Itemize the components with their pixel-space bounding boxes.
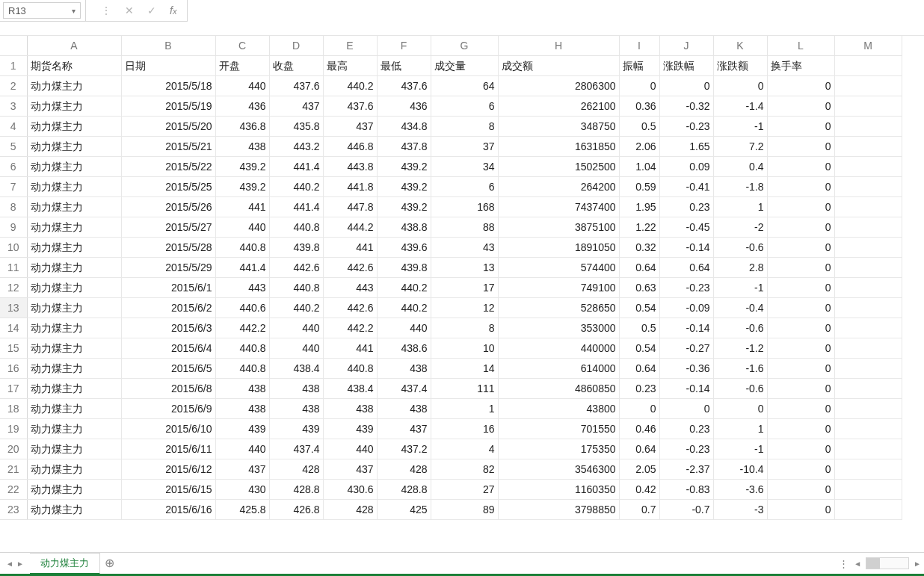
cell[interactable]: -3 bbox=[713, 500, 767, 520]
cell[interactable]: 1.04 bbox=[619, 157, 659, 177]
row-header[interactable]: 12 bbox=[0, 278, 27, 298]
cell[interactable] bbox=[834, 137, 902, 157]
cell[interactable]: 428 bbox=[377, 459, 431, 480]
cell[interactable]: 438 bbox=[215, 379, 269, 399]
cell[interactable]: 0.64 bbox=[619, 439, 659, 459]
cell[interactable]: -3.6 bbox=[713, 480, 767, 500]
cell[interactable]: 175350 bbox=[498, 439, 619, 459]
cell[interactable]: -1.4 bbox=[713, 96, 767, 117]
cell[interactable]: 8 bbox=[431, 117, 498, 137]
cell[interactable] bbox=[834, 359, 902, 379]
cell[interactable]: 438 bbox=[269, 379, 323, 399]
cell[interactable]: 440.2 bbox=[269, 298, 323, 318]
cell[interactable]: 1 bbox=[431, 399, 498, 419]
cell[interactable]: 0.63 bbox=[619, 278, 659, 298]
cell[interactable]: 日期 bbox=[121, 56, 215, 76]
cell[interactable]: 成交额 bbox=[498, 56, 619, 76]
cell[interactable]: 440.2 bbox=[377, 298, 431, 318]
cell[interactable]: 2015/6/8 bbox=[121, 379, 215, 399]
cell[interactable]: 0 bbox=[767, 258, 834, 278]
cell[interactable]: -0.41 bbox=[659, 177, 713, 197]
column-header-K[interactable]: K bbox=[713, 36, 767, 56]
cell[interactable] bbox=[834, 379, 902, 399]
cell[interactable]: 441 bbox=[323, 238, 377, 258]
cell[interactable]: 428.8 bbox=[269, 480, 323, 500]
cell[interactable]: 动力煤主力 bbox=[27, 76, 121, 96]
cell[interactable]: 440.2 bbox=[269, 177, 323, 197]
cell[interactable]: 262100 bbox=[498, 96, 619, 117]
cell[interactable]: 430 bbox=[215, 480, 269, 500]
cell[interactable]: 动力煤主力 bbox=[27, 338, 121, 359]
cell[interactable]: 2015/5/18 bbox=[121, 76, 215, 96]
cell[interactable]: 8 bbox=[431, 318, 498, 338]
cell[interactable]: -2.37 bbox=[659, 459, 713, 480]
cell[interactable]: 440.8 bbox=[323, 359, 377, 379]
cell[interactable]: 428 bbox=[323, 500, 377, 520]
cell[interactable]: 440000 bbox=[498, 338, 619, 359]
cell[interactable]: 动力煤主力 bbox=[27, 480, 121, 500]
row-header[interactable]: 7 bbox=[0, 177, 27, 197]
cell[interactable]: 440.8 bbox=[215, 338, 269, 359]
cell[interactable]: 7.2 bbox=[713, 137, 767, 157]
cell[interactable]: 2015/5/19 bbox=[121, 96, 215, 117]
cell[interactable]: 443.2 bbox=[269, 137, 323, 157]
formula-input[interactable] bbox=[188, 0, 924, 22]
cell[interactable]: 0 bbox=[713, 76, 767, 96]
hscroll-left-icon[interactable]: ◄ bbox=[854, 560, 861, 568]
cell[interactable]: 2015/5/22 bbox=[121, 157, 215, 177]
cell[interactable]: 574400 bbox=[498, 258, 619, 278]
cell[interactable]: -0.27 bbox=[659, 338, 713, 359]
cell[interactable]: 2015/6/9 bbox=[121, 399, 215, 419]
cell[interactable]: 6 bbox=[431, 177, 498, 197]
cell[interactable]: 1.22 bbox=[619, 217, 659, 238]
cell[interactable]: 0.5 bbox=[619, 318, 659, 338]
cell[interactable] bbox=[834, 117, 902, 137]
row-header[interactable]: 20 bbox=[0, 439, 27, 459]
cell[interactable]: 441.4 bbox=[215, 258, 269, 278]
cell[interactable]: 7437400 bbox=[498, 197, 619, 217]
cell[interactable]: -0.23 bbox=[659, 117, 713, 137]
cell[interactable]: 0 bbox=[767, 238, 834, 258]
cell[interactable]: 348750 bbox=[498, 117, 619, 137]
cell[interactable]: 426.8 bbox=[269, 500, 323, 520]
cell[interactable]: 437.6 bbox=[323, 96, 377, 117]
column-header-E[interactable]: E bbox=[323, 36, 377, 56]
column-header-I[interactable]: I bbox=[619, 36, 659, 56]
column-header-D[interactable]: D bbox=[269, 36, 323, 56]
cell[interactable]: 37 bbox=[431, 137, 498, 157]
cell[interactable]: 437.4 bbox=[377, 379, 431, 399]
column-header-G[interactable]: G bbox=[431, 36, 498, 56]
cell[interactable]: 动力煤主力 bbox=[27, 359, 121, 379]
cell[interactable]: 439.8 bbox=[377, 258, 431, 278]
cell[interactable]: -0.45 bbox=[659, 217, 713, 238]
cell[interactable]: 0.23 bbox=[659, 197, 713, 217]
cell[interactable] bbox=[834, 399, 902, 419]
cell[interactable]: 441.4 bbox=[269, 197, 323, 217]
cell[interactable]: 438 bbox=[215, 399, 269, 419]
cell[interactable]: 振幅 bbox=[619, 56, 659, 76]
cell[interactable]: 2015/5/20 bbox=[121, 117, 215, 137]
cell[interactable]: 440 bbox=[215, 76, 269, 96]
cell[interactable]: 438.4 bbox=[323, 379, 377, 399]
cell[interactable]: -0.14 bbox=[659, 238, 713, 258]
cell[interactable]: 0.5 bbox=[619, 117, 659, 137]
cell[interactable]: 0 bbox=[767, 197, 834, 217]
cell[interactable]: 111 bbox=[431, 379, 498, 399]
hscroll-thumb[interactable] bbox=[866, 558, 880, 569]
cell[interactable]: 0 bbox=[767, 338, 834, 359]
cell[interactable]: 0 bbox=[767, 419, 834, 439]
cell[interactable]: 441.8 bbox=[323, 177, 377, 197]
cell[interactable]: -1 bbox=[713, 278, 767, 298]
cell[interactable]: 439.2 bbox=[215, 177, 269, 197]
cell[interactable]: -0.4 bbox=[713, 298, 767, 318]
cell[interactable]: 437 bbox=[215, 459, 269, 480]
cell[interactable] bbox=[834, 258, 902, 278]
cell[interactable]: 2015/6/4 bbox=[121, 338, 215, 359]
cell[interactable]: 2015/6/10 bbox=[121, 419, 215, 439]
cell[interactable]: 439 bbox=[215, 419, 269, 439]
row-header[interactable]: 5 bbox=[0, 137, 27, 157]
cell[interactable]: 动力煤主力 bbox=[27, 217, 121, 238]
row-header[interactable]: 19 bbox=[0, 419, 27, 439]
cell[interactable]: 2.05 bbox=[619, 459, 659, 480]
cell[interactable]: 6 bbox=[431, 96, 498, 117]
